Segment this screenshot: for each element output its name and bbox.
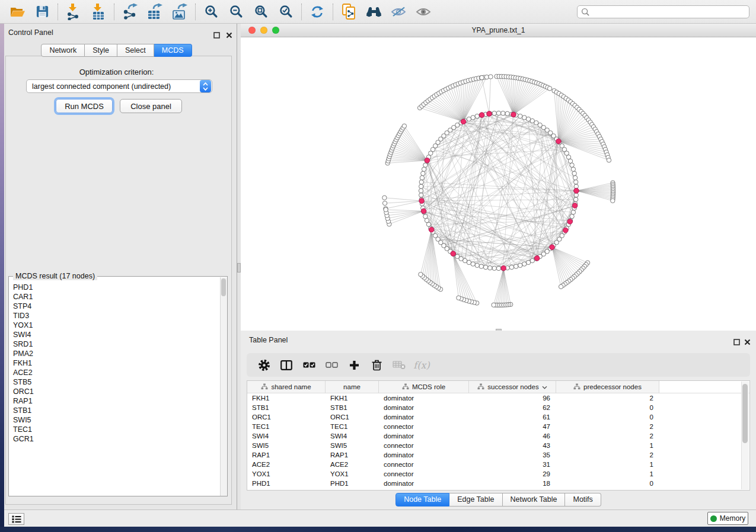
cell-successor-nodes: 43 (469, 442, 556, 449)
run-mcds-button[interactable]: Run MCDS (56, 99, 113, 113)
result-list-scrollbar[interactable] (220, 277, 227, 496)
column-label: MCDS role (412, 383, 445, 390)
tab-network-table[interactable]: Network Table (503, 493, 566, 507)
table-scrollbar-thumb[interactable] (742, 384, 748, 443)
tab-motifs[interactable]: Motifs (565, 493, 601, 507)
column-header-MCDS-role[interactable]: MCDS role (379, 381, 469, 393)
hide-graphics-details-icon[interactable] (386, 2, 411, 22)
function-builder-icon-disabled: f(x) (410, 355, 433, 374)
column-settings-gear-icon[interactable] (253, 355, 275, 374)
network-graph-canvas[interactable] (241, 37, 756, 331)
memory-button[interactable]: Memory (707, 512, 748, 525)
network-window-title: YPA_prune.txt_1 (241, 26, 756, 34)
cell-shared-name: STB1 (247, 404, 326, 411)
import-network-icon[interactable] (61, 2, 86, 22)
export-image-icon[interactable] (167, 2, 192, 22)
table-row[interactable]: RAP1RAP1dominator352 (247, 450, 749, 460)
delete-column-trash-icon[interactable] (365, 355, 388, 374)
close-table-panel-icon[interactable] (744, 337, 751, 344)
select-all-columns-icon[interactable] (298, 355, 320, 374)
result-node-item[interactable]: CAR1 (9, 292, 220, 302)
column-header-name[interactable]: name (326, 381, 379, 393)
result-node-item[interactable]: ORC1 (9, 387, 220, 396)
result-node-item[interactable]: SRD1 (9, 339, 220, 349)
tab-mcds[interactable]: MCDS (154, 44, 192, 57)
export-network-icon[interactable] (117, 2, 142, 22)
task-history-list-button[interactable] (8, 513, 24, 525)
close-panel-icon[interactable] (226, 30, 232, 37)
cell-shared-name: PHD1 (247, 480, 326, 487)
zoom-out-icon[interactable] (224, 2, 248, 22)
cell-predecessor-nodes: 0 (556, 414, 659, 421)
cell-predecessor-nodes: 0 (556, 480, 659, 487)
export-table-icon[interactable] (142, 2, 167, 22)
split-table-panel-icon[interactable] (275, 355, 298, 374)
result-node-item[interactable]: GCR1 (9, 434, 220, 444)
table-row[interactable]: ORC1ORC1dominator610 (247, 412, 749, 422)
open-session-icon[interactable] (5, 2, 30, 22)
refresh-view-icon[interactable] (305, 2, 330, 22)
create-column-icon[interactable] (343, 355, 365, 374)
table-row[interactable]: SWI5SWI5connector431 (247, 441, 749, 450)
delete-table-icon-disabled (388, 355, 410, 374)
zoom-fit-icon[interactable] (248, 2, 273, 22)
zoom-in-icon[interactable] (199, 2, 224, 22)
float-table-panel-icon[interactable] (733, 337, 740, 344)
result-node-item[interactable]: PHD1 (9, 283, 220, 292)
optimization-criterion-select[interactable]: largest connected component (undirected) (26, 79, 212, 93)
result-node-item[interactable]: SWI4 (9, 330, 220, 339)
cell-shared-name: RAP1 (247, 451, 326, 459)
tab-edge-table[interactable]: Edge Table (449, 493, 502, 507)
table-row[interactable]: YOX1YOX1connector291 (247, 469, 749, 479)
result-node-item[interactable]: STB5 (9, 377, 220, 387)
save-session-icon[interactable] (30, 2, 55, 22)
result-node-item[interactable]: RAP1 (9, 396, 220, 406)
result-node-item[interactable]: TID3 (9, 311, 220, 321)
cell-predecessor-nodes: 2 (556, 395, 659, 402)
search-field[interactable] (577, 5, 749, 18)
result-node-item[interactable]: STB1 (9, 406, 220, 415)
float-panel-icon[interactable] (213, 30, 220, 37)
zoom-selected-icon[interactable] (273, 2, 298, 22)
share-document-icon[interactable] (336, 2, 361, 22)
result-scrollbar-thumb[interactable] (221, 278, 226, 296)
result-node-item[interactable]: STP4 (9, 302, 220, 311)
result-node-item[interactable]: TEC1 (9, 425, 220, 434)
column-header-successor-nodes[interactable]: successor nodes (469, 381, 556, 393)
column-header-predecessor-nodes[interactable]: predecessor nodes (556, 381, 659, 393)
network-view[interactable] (241, 37, 756, 331)
result-node-item[interactable]: ACE2 (9, 368, 220, 377)
cell-predecessor-nodes: 0 (556, 404, 659, 411)
table-row[interactable]: FKH1FKH1dominator962 (247, 393, 749, 403)
result-node-item[interactable]: YOX1 (9, 321, 220, 330)
import-table-icon[interactable] (86, 2, 111, 22)
header-filler (659, 381, 749, 393)
cell-MCDS-role: dominator (379, 451, 469, 459)
column-header-shared-name[interactable]: shared name (247, 381, 326, 393)
cell-shared-name: ACE2 (247, 461, 326, 468)
table-row[interactable]: PHD1PHD1dominator180 (247, 479, 749, 488)
table-row[interactable]: ACE2ACE2connector311 (247, 460, 749, 469)
table-row[interactable]: TEC1TEC1connector472 (247, 422, 749, 431)
tab-select[interactable]: Select (117, 44, 154, 57)
cell-successor-nodes: 61 (469, 414, 556, 421)
cell-predecessor-nodes: 2 (556, 423, 659, 430)
table-row[interactable]: SWI4SWI4dominator462 (247, 431, 749, 441)
tab-style[interactable]: Style (85, 44, 117, 57)
table-row[interactable]: STB1STB1dominator620 (247, 403, 749, 412)
close-panel-button[interactable]: Close panel (120, 99, 182, 113)
cell-MCDS-role: connector (379, 423, 469, 430)
toolbar-separator (114, 4, 114, 20)
sort-caret-icon[interactable] (542, 383, 547, 390)
show-graphics-details-icon[interactable] (411, 2, 436, 22)
search-input[interactable] (590, 7, 749, 17)
tab-node-table[interactable]: Node Table (395, 493, 449, 507)
mcds-result-list[interactable]: PHD1CAR1STP4TID3YOX1SWI4SRD1PMA2FKH1ACE2… (9, 283, 220, 495)
result-node-item[interactable]: PMA2 (9, 349, 220, 358)
cell-MCDS-role: connector (379, 442, 469, 449)
search-objects-icon[interactable] (361, 2, 386, 22)
result-node-item[interactable]: SWI5 (9, 415, 220, 425)
tab-network[interactable]: Network (41, 44, 85, 57)
result-node-item[interactable]: FKH1 (9, 358, 220, 368)
deselect-all-columns-icon[interactable] (320, 355, 343, 374)
